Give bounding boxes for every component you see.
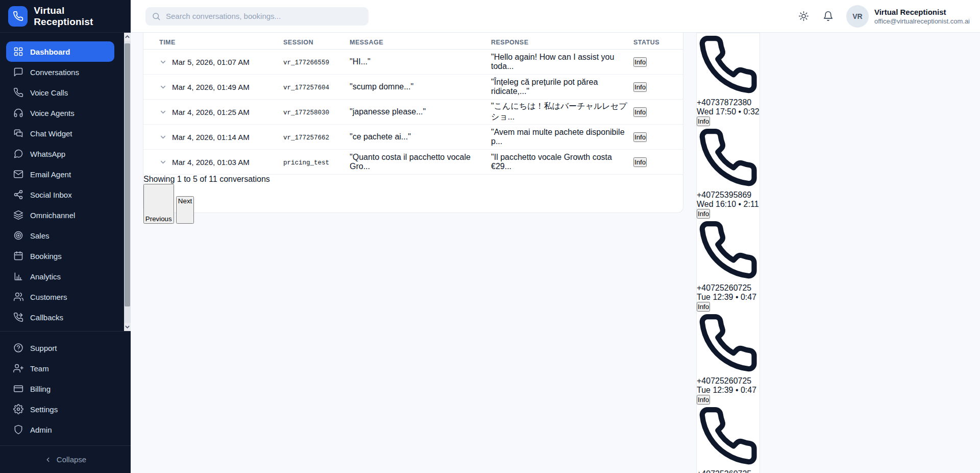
sidebar-item-voice-calls[interactable]: Voice Calls <box>6 82 125 103</box>
expand-chevron-icon[interactable] <box>159 108 167 116</box>
users-icon <box>13 292 23 302</box>
session-cell: pricing_test <box>283 157 350 167</box>
sidebar-item-voice-agents[interactable]: Voice Agents <box>6 103 125 123</box>
sidebar-item-bookings[interactable]: Bookings <box>6 246 125 266</box>
expand-chevron-icon[interactable] <box>159 158 167 166</box>
sun-icon <box>798 11 809 21</box>
theme-toggle-button[interactable] <box>797 10 811 23</box>
previous-page-button[interactable]: Previous <box>143 184 174 224</box>
search-bar[interactable] <box>145 7 369 26</box>
sidebar-scrollbar-thumb[interactable] <box>125 43 130 306</box>
sidebar-item-billing[interactable]: Billing <box>6 379 125 399</box>
sidebar-nav-secondary: SupportTeamBillingSettingsAdmin <box>0 331 131 440</box>
call-info-button[interactable]: Info <box>697 209 710 219</box>
chevron-right-icon <box>177 205 193 221</box>
sidebar-item-analytics[interactable]: Analytics <box>6 266 125 287</box>
sidebar-item-callbacks[interactable]: Callbacks <box>6 307 125 327</box>
sidebar-item-settings[interactable]: Settings <box>6 399 125 419</box>
sidebar-item-label: Sales <box>30 231 50 240</box>
bell-icon <box>823 11 834 21</box>
collapse-button[interactable]: Collapse <box>0 445 131 473</box>
message-cell: "japanesse please..." <box>350 107 491 116</box>
call-info-button[interactable]: Info <box>697 302 710 312</box>
shield-icon <box>13 424 23 435</box>
phone-call-icon <box>697 219 760 283</box>
chat-double-icon <box>13 128 23 138</box>
phone-call-icon <box>697 33 760 98</box>
sidebar-nav-primary: DashboardConversationsVoice CallsVoice A… <box>0 33 131 331</box>
col-header-message: Message <box>350 39 491 46</box>
sidebar-item-team[interactable]: Team <box>6 358 125 379</box>
notifications-button[interactable] <box>822 10 835 23</box>
top-header: VR Virtual Receptionist office@virtualre… <box>131 0 980 33</box>
sidebar-item-admin[interactable]: Admin <box>6 419 125 440</box>
sidebar-item-whatsapp[interactable]: WhatsApp <box>6 144 125 164</box>
response-cell: "こんにちは！私はバーチャルレセプショ... <box>491 101 633 123</box>
call-card[interactable]: +40725260725 Mon 15:55 • 6:47 Info <box>697 405 760 473</box>
user-email: office@virtualreceptionist.com.ai <box>874 17 970 25</box>
expand-chevron-icon[interactable] <box>159 83 167 91</box>
call-info-button[interactable]: Info <box>697 395 710 405</box>
session-badge: pricing_test <box>283 159 329 167</box>
sidebar-item-chat-widget[interactable]: Chat Widget <box>6 123 125 144</box>
conversations-table-card: Time Session Message Response Status Mar… <box>143 33 683 213</box>
sidebar-item-label: Dashboard <box>30 48 70 56</box>
status-cell: Info <box>633 82 674 92</box>
calendar-icon <box>13 251 23 261</box>
col-header-status: Status <box>633 39 674 46</box>
user-menu[interactable]: VR Virtual Receptionist office@virtualre… <box>846 5 970 28</box>
table-row: Mar 4, 2026, 01:25 AM vr_177258030 "japa… <box>143 100 683 125</box>
session-badge: vr_177257604 <box>283 84 329 91</box>
next-page-button[interactable]: Next <box>176 196 194 223</box>
layers-icon <box>13 210 23 220</box>
session-cell: vr_177266559 <box>283 57 350 66</box>
expand-chevron-icon[interactable] <box>159 58 167 66</box>
info-button[interactable]: Info <box>633 57 647 67</box>
sidebar-scroll-down-icon[interactable] <box>124 323 131 331</box>
table-header-row: Time Session Message Response Status <box>143 33 683 50</box>
call-number: +40725395869 <box>697 191 760 200</box>
response-cell: "Hello again! How can I assist you toda.… <box>491 53 633 71</box>
sidebar-scroll-up-icon[interactable] <box>124 33 131 41</box>
sidebar-item-social-inbox[interactable]: Social Inbox <box>6 184 125 205</box>
call-card[interactable]: +40725260725 Tue 12:39 • 0:47 Info <box>697 312 760 405</box>
time-cell: Mar 5, 2026, 01:07 AM <box>159 58 283 66</box>
sidebar: Virtual Receptionist DashboardConversati… <box>0 0 131 473</box>
session-cell: vr_177257604 <box>283 82 350 91</box>
sidebar-item-dashboard[interactable]: Dashboard <box>6 41 114 62</box>
call-info-button[interactable]: Info <box>697 116 710 126</box>
sidebar-item-label: Callbacks <box>30 313 63 322</box>
expand-chevron-icon[interactable] <box>159 133 167 141</box>
call-card[interactable]: +40725260725 Tue 12:39 • 0:47 Info <box>697 219 760 312</box>
avatar: VR <box>846 5 869 28</box>
message-cell: "Quanto costa il pacchetto vocale Gro... <box>350 153 491 171</box>
sidebar-item-support[interactable]: Support <box>6 338 125 358</box>
sidebar-item-email-agent[interactable]: Email Agent <box>6 164 125 184</box>
info-button[interactable]: Info <box>633 107 647 117</box>
status-cell: Info <box>633 107 674 117</box>
phone-call-icon <box>697 126 760 191</box>
phone-forwarded-icon <box>13 312 23 322</box>
info-button[interactable]: Info <box>633 82 647 92</box>
session-cell: vr_177258030 <box>283 107 350 116</box>
sidebar-item-conversations[interactable]: Conversations <box>6 62 125 82</box>
sidebar-item-label: Bookings <box>30 252 62 261</box>
info-button[interactable]: Info <box>633 157 647 167</box>
sidebar-scrollbar[interactable] <box>124 33 131 331</box>
response-cell: "Il pacchetto vocale Growth costa €29... <box>491 153 633 171</box>
search-input[interactable] <box>166 12 362 20</box>
mail-icon <box>13 169 23 179</box>
call-meta: Wed 16:10 • 2:11 <box>697 200 760 209</box>
sidebar-item-customers[interactable]: Customers <box>6 287 125 307</box>
info-button[interactable]: Info <box>633 132 647 142</box>
call-card[interactable]: +40737872380 Wed 17:50 • 0:32 Info <box>697 33 760 126</box>
sidebar-item-omnichannel[interactable]: Omnichannel <box>6 205 125 225</box>
recent-calls-panel: +40737872380 Wed 17:50 • 0:32 Info +4072… <box>696 33 760 473</box>
call-card[interactable]: +40725395869 Wed 16:10 • 2:11 Info <box>697 126 760 219</box>
sidebar-item-sales[interactable]: Sales <box>6 225 125 246</box>
status-cell: Info <box>633 132 674 142</box>
time-cell: Mar 4, 2026, 01:25 AM <box>159 108 283 116</box>
session-badge: vr_177258030 <box>283 109 329 116</box>
status-cell: Info <box>633 57 674 67</box>
row-time: Mar 4, 2026, 01:03 AM <box>172 158 250 167</box>
